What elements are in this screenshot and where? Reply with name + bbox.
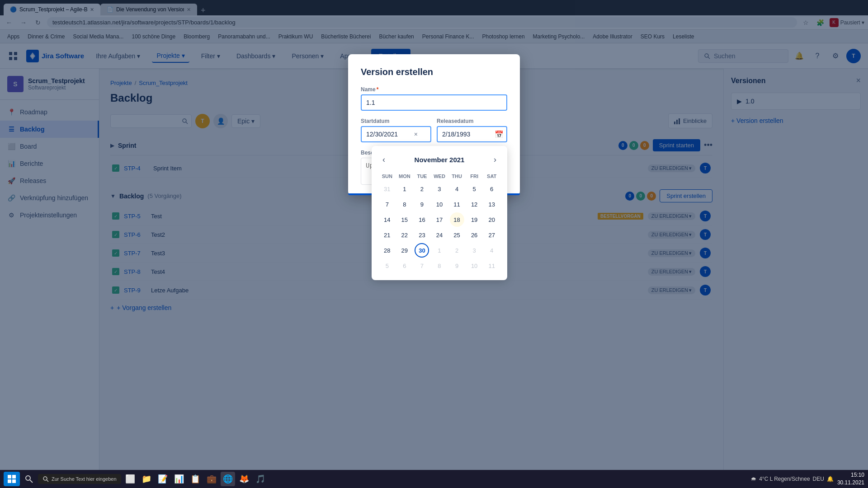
cal-day-w4-22[interactable]: 22 xyxy=(397,228,412,242)
cal-day-w1-4[interactable]: 4 xyxy=(450,182,464,196)
cal-header-tue: TUE xyxy=(414,172,430,181)
cal-day-w2-10[interactable]: 10 xyxy=(432,197,447,211)
windows-icon xyxy=(8,475,16,483)
startdate-input[interactable] xyxy=(361,126,431,142)
cal-day-w2-9[interactable]: 9 xyxy=(415,197,429,211)
taskbar-time: 15:10 xyxy=(837,471,864,479)
taskbar-right: 🌧 4°C L Regen/Schnee DEU 🔔 15:10 30.11.2… xyxy=(751,471,864,487)
startdate-col: Startdatum × xyxy=(361,118,431,142)
taskbar-explorer[interactable]: 📁 xyxy=(139,472,154,486)
cal-day-w1-31[interactable]: 31 xyxy=(380,182,394,196)
cal-day-w1-6[interactable]: 6 xyxy=(485,182,499,196)
taskbar-task-view[interactable]: ⬜ xyxy=(123,472,137,486)
cal-day-w4-23[interactable]: 23 xyxy=(415,228,429,242)
cal-day-w6-10[interactable]: 10 xyxy=(467,258,481,273)
notification-icon: 🔔 xyxy=(827,476,834,482)
taskbar-search-input-icon xyxy=(42,476,49,482)
date-fields-row: Startdatum × Releasedatum 📅 ‹ November 2… xyxy=(361,118,507,142)
taskbar-search[interactable] xyxy=(22,472,36,486)
svg-rect-14 xyxy=(8,479,11,483)
cal-day-w1-2[interactable]: 2 xyxy=(415,182,429,196)
svg-point-18 xyxy=(43,477,47,480)
taskbar-chrome[interactable]: 🌐 xyxy=(221,472,235,486)
cal-day-w3-20[interactable]: 20 xyxy=(485,212,499,227)
cal-day-w5-4[interactable]: 4 xyxy=(485,243,499,258)
cal-day-w4-25[interactable]: 25 xyxy=(450,228,464,242)
taskbar-spotify[interactable]: 🎵 xyxy=(253,472,268,486)
calendar-prev-button[interactable]: ‹ xyxy=(379,153,389,166)
cal-day-w6-6[interactable]: 6 xyxy=(397,258,412,273)
cal-day-w4-21[interactable]: 21 xyxy=(380,228,394,242)
cal-day-w1-1[interactable]: 1 xyxy=(397,182,412,196)
weather-icon: 🌧 xyxy=(751,476,756,482)
releasedate-col: Releasedatum 📅 ‹ November 2021 › SUN xyxy=(437,118,507,142)
taskbar-powerpoint[interactable]: 📋 xyxy=(188,472,203,486)
cal-day-w3-14[interactable]: 14 xyxy=(380,212,394,227)
modal-overlay: Version erstellen Name * Startdatum × Re… xyxy=(0,0,868,488)
cal-day-w4-26[interactable]: 26 xyxy=(467,228,481,242)
taskbar-excel[interactable]: 📊 xyxy=(172,472,186,486)
taskbar-date: 30.11.2021 xyxy=(837,479,864,487)
calendar-next-button[interactable]: › xyxy=(490,153,500,166)
cal-day-w6-7[interactable]: 7 xyxy=(415,258,429,273)
startdate-clear-button[interactable]: × xyxy=(414,131,418,138)
cal-header-sat: SAT xyxy=(483,172,500,181)
cal-day-w3-15[interactable]: 15 xyxy=(397,212,412,227)
cal-header-fri: FRI xyxy=(466,172,483,181)
cal-day-w5-28[interactable]: 28 xyxy=(380,243,394,258)
startdate-label: Startdatum xyxy=(361,118,431,124)
name-input[interactable] xyxy=(361,94,507,111)
svg-point-16 xyxy=(26,476,30,480)
cal-day-w2-8[interactable]: 8 xyxy=(397,197,412,211)
taskbar-app5[interactable]: 💼 xyxy=(204,472,219,486)
cal-day-w1-3[interactable]: 3 xyxy=(432,182,447,196)
cal-day-w6-11[interactable]: 11 xyxy=(485,258,499,273)
cal-day-w2-12[interactable]: 12 xyxy=(467,197,481,211)
name-field-group: Name * xyxy=(361,86,507,111)
cal-day-w5-3[interactable]: 3 xyxy=(467,243,481,258)
name-label: Name * xyxy=(361,86,507,93)
cal-day-w1-5[interactable]: 5 xyxy=(467,182,481,196)
start-button[interactable] xyxy=(4,472,20,486)
cal-day-w5-29[interactable]: 29 xyxy=(397,243,412,258)
svg-line-17 xyxy=(30,480,33,483)
taskbar-firefox[interactable]: 🦊 xyxy=(237,472,251,486)
cal-day-w3-16[interactable]: 16 xyxy=(415,212,429,227)
taskbar-tray: 🌧 4°C L Regen/Schnee DEU 🔔 xyxy=(751,476,834,482)
calendar-month-label: November 2021 xyxy=(415,156,465,164)
required-indicator: * xyxy=(377,86,379,93)
cal-day-w2-13[interactable]: 13 xyxy=(485,197,499,211)
cal-day-w4-24[interactable]: 24 xyxy=(432,228,447,242)
cal-header-thu: THU xyxy=(448,172,465,181)
windows-taskbar: Zur Suche Text hier eingeben ⬜ 📁 📝 📊 📋 💼… xyxy=(0,470,868,488)
releasedate-label: Releasedatum xyxy=(437,118,507,124)
cal-day-w2-7[interactable]: 7 xyxy=(380,197,394,211)
cal-day-w6-9[interactable]: 9 xyxy=(450,258,464,273)
calendar-header: ‹ November 2021 › xyxy=(379,153,500,166)
taskbar-word[interactable]: 📝 xyxy=(156,472,170,486)
svg-rect-15 xyxy=(12,479,16,483)
cal-day-w4-27[interactable]: 27 xyxy=(485,228,499,242)
svg-rect-12 xyxy=(8,475,11,479)
cal-day-w3-18[interactable]: 18 xyxy=(450,212,464,227)
calendar-icon[interactable]: 📅 xyxy=(495,130,504,139)
cal-day-w5-1[interactable]: 1 xyxy=(432,243,447,258)
cal-day-w5-2[interactable]: 2 xyxy=(450,243,464,258)
cal-day-w6-5[interactable]: 5 xyxy=(380,258,394,273)
create-version-modal: Version erstellen Name * Startdatum × Re… xyxy=(348,54,520,195)
cal-header-sun: SUN xyxy=(379,172,396,181)
calendar-grid: SUN MON TUE WED THU FRI SAT 31 1 2 3 4 5 xyxy=(379,172,500,273)
startdate-wrapper: × xyxy=(361,126,431,142)
taskbar-search-icon xyxy=(24,474,33,483)
taskbar-search-box[interactable]: Zur Suche Text hier eingeben xyxy=(38,474,121,484)
cal-day-w5-30-today[interactable]: 30 xyxy=(415,243,429,258)
weather-text: 4°C L Regen/Schnee xyxy=(759,476,810,482)
calendar-dropdown: ‹ November 2021 › SUN MON TUE WED THU FR… xyxy=(372,146,507,280)
cal-day-w2-11[interactable]: 11 xyxy=(450,197,464,211)
releasedate-wrapper: 📅 xyxy=(437,126,507,142)
svg-line-19 xyxy=(47,480,48,482)
cal-day-w3-17[interactable]: 17 xyxy=(432,212,447,227)
cal-day-w6-8[interactable]: 8 xyxy=(432,258,447,273)
modal-title: Version erstellen xyxy=(361,67,507,77)
cal-day-w3-19[interactable]: 19 xyxy=(467,212,481,227)
